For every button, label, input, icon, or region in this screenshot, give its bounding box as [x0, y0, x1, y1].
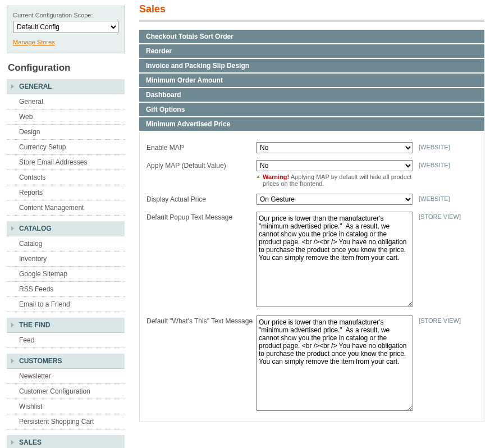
- nav-item[interactable]: Wishlist: [7, 399, 125, 414]
- nav-item[interactable]: Persistent Shopping Cart: [7, 414, 125, 429]
- apply-map-note: Warning! Applying MAP by default will hi…: [256, 173, 413, 187]
- map-fields: Enable MAP No [WEBSITE] Apply MAP (Defau…: [139, 132, 484, 422]
- main: Sales Checkout Totals Sort OrderReorderI…: [130, 0, 490, 448]
- nav-item[interactable]: Email to a Friend: [7, 297, 125, 312]
- scope-box: Current Configuration Scope: Default Con…: [7, 6, 125, 53]
- nav-item[interactable]: Inventory: [7, 252, 125, 267]
- section-bar[interactable]: Gift Options: [139, 103, 484, 116]
- section-bar[interactable]: Reorder: [139, 44, 484, 58]
- nav-item[interactable]: Web: [7, 109, 125, 125]
- enable-map-select[interactable]: No: [256, 142, 413, 153]
- sidebar: Current Configuration Scope: Default Con…: [0, 0, 130, 448]
- nav-item[interactable]: General: [7, 94, 125, 109]
- config-nav: GENERALGeneralWebDesignCurrency SetupSto…: [7, 79, 125, 448]
- nav-section-head[interactable]: THE FIND: [7, 318, 125, 333]
- field-apply-map: Apply MAP (Default Value) No Warning! Ap…: [146, 160, 477, 187]
- field-label: Default Popup Text Message: [146, 212, 256, 221]
- title-rule: [139, 20, 484, 22]
- field-scope: [WEBSITE]: [413, 194, 477, 202]
- nav-item[interactable]: Feed: [7, 333, 125, 348]
- scope-label: Current Configuration Scope:: [13, 12, 118, 19]
- nav-section-head[interactable]: SALES: [7, 435, 125, 448]
- nav-section-head[interactable]: GENERAL: [7, 79, 125, 94]
- sections-list: Checkout Totals Sort OrderReorderInvoice…: [139, 30, 484, 131]
- nav-item[interactable]: Content Management: [7, 200, 125, 216]
- section-bar[interactable]: Invoice and Packing Slip Design: [139, 59, 484, 72]
- apply-map-select[interactable]: No: [256, 160, 413, 171]
- section-bar[interactable]: Checkout Totals Sort Order: [139, 30, 484, 43]
- nav-item[interactable]: Catalog: [7, 236, 125, 252]
- nav-item[interactable]: Newsletter: [7, 369, 125, 384]
- field-whats-this: Default "What's This" Text Message [STOR…: [146, 316, 477, 413]
- nav-item[interactable]: Reports: [7, 185, 125, 200]
- field-label: Apply MAP (Default Value): [146, 160, 256, 170]
- nav-item[interactable]: Google Sitemap: [7, 267, 125, 282]
- field-popup-msg: Default Popup Text Message [STORE VIEW]: [146, 212, 477, 309]
- field-label: Enable MAP: [146, 142, 256, 152]
- field-label: Display Actual Price: [146, 194, 256, 203]
- field-display-actual: Display Actual Price On Gesture [WEBSITE…: [146, 194, 477, 205]
- nav-item[interactable]: Currency Setup: [7, 140, 125, 155]
- manage-stores-link[interactable]: Manage Stores: [13, 39, 55, 45]
- nav-item[interactable]: Design: [7, 125, 125, 140]
- field-scope: [STORE VIEW]: [413, 212, 477, 220]
- section-bar[interactable]: Dashboard: [139, 88, 484, 102]
- field-label: Default "What's This" Text Message: [146, 316, 256, 325]
- nav-item[interactable]: Customer Configuration: [7, 384, 125, 399]
- config-heading: Configuration: [8, 62, 125, 74]
- field-enable-map: Enable MAP No [WEBSITE]: [146, 142, 477, 153]
- nav-section-head[interactable]: CUSTOMERS: [7, 354, 125, 369]
- section-bar[interactable]: Minimum Order Amount: [139, 74, 484, 87]
- field-scope: [STORE VIEW]: [413, 316, 477, 324]
- nav-item[interactable]: Store Email Addresses: [7, 155, 125, 170]
- display-actual-select[interactable]: On Gesture: [256, 194, 413, 205]
- nav-item[interactable]: Contacts: [7, 170, 125, 185]
- scope-select[interactable]: Default Config: [13, 21, 118, 33]
- section-bar[interactable]: Minimum Advertised Price: [139, 117, 484, 131]
- whats-this-textarea[interactable]: [256, 316, 413, 411]
- field-scope: [WEBSITE]: [413, 142, 477, 150]
- nav-item[interactable]: RSS Feeds: [7, 282, 125, 297]
- page-title: Sales: [139, 3, 484, 15]
- field-scope: [WEBSITE]: [413, 160, 477, 168]
- popup-msg-textarea[interactable]: [256, 212, 413, 307]
- nav-section-head[interactable]: CATALOG: [7, 221, 125, 236]
